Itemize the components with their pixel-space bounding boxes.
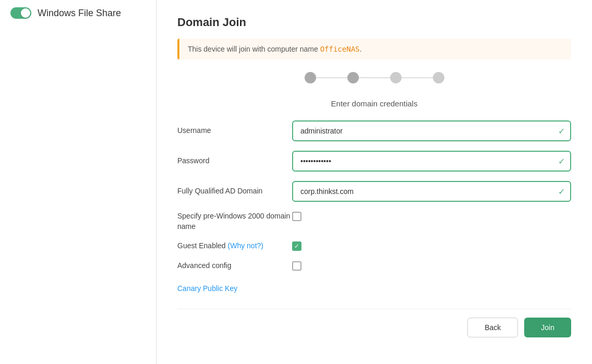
step-line-1 <box>316 77 347 78</box>
username-check-icon: ✓ <box>558 126 565 136</box>
pre-windows-checkbox-wrap <box>292 211 301 221</box>
stepper <box>177 72 571 83</box>
guest-checkbox-wrap <box>292 241 301 251</box>
button-row: Back Join <box>177 309 571 337</box>
back-button[interactable]: Back <box>467 318 518 337</box>
username-input-wrap: ✓ <box>292 120 571 141</box>
fqad-label: Fully Qualified AD Domain <box>177 186 292 197</box>
form-subtitle: Enter domain credentials <box>177 99 571 108</box>
computer-name: OfficeNAS <box>320 45 360 53</box>
step-line-3 <box>402 77 433 78</box>
sidebar: Windows File Share <box>0 0 156 364</box>
sidebar-title: Windows File Share <box>38 8 121 19</box>
toggle-container: Windows File Share <box>10 7 121 19</box>
step-3 <box>390 72 402 83</box>
advanced-checkbox[interactable] <box>292 261 301 271</box>
why-not-link[interactable]: (Why not?) <box>228 241 263 250</box>
password-check-icon: ✓ <box>558 156 565 166</box>
alert-text-suffix: . <box>360 45 362 53</box>
guest-checkbox[interactable] <box>292 241 301 251</box>
step-2 <box>347 72 359 83</box>
alert-text-prefix: This device will join with computer name <box>188 45 320 53</box>
pre-windows-row: Specify pre-Windows 2000 domain name <box>177 211 571 232</box>
username-label: Username <box>177 126 292 136</box>
fqad-input[interactable] <box>292 181 571 202</box>
password-input-wrap: ✓ <box>292 151 571 172</box>
advanced-checkbox-wrap <box>292 261 301 271</box>
pre-windows-checkbox[interactable] <box>292 212 301 221</box>
alert-banner: This device will join with computer name… <box>177 39 571 59</box>
windows-file-share-toggle[interactable] <box>10 7 31 19</box>
username-row: Username ✓ <box>177 120 571 141</box>
password-row: Password ✓ <box>177 151 571 172</box>
step-1 <box>305 72 316 83</box>
step-4 <box>433 72 444 83</box>
username-input[interactable] <box>292 120 571 141</box>
guest-label: Guest Enabled (Why not?) <box>177 241 292 251</box>
advanced-row: Advanced config <box>177 261 571 271</box>
page-title: Domain Join <box>177 16 571 29</box>
advanced-label: Advanced config <box>177 261 292 271</box>
fqad-input-wrap: ✓ <box>292 181 571 202</box>
canary-public-key-link[interactable]: Canary Public Key <box>177 284 237 293</box>
pre-windows-label: Specify pre-Windows 2000 domain name <box>177 211 292 232</box>
password-label: Password <box>177 156 292 166</box>
guest-row: Guest Enabled (Why not?) <box>177 241 571 251</box>
join-button[interactable]: Join <box>524 318 571 337</box>
step-line-2 <box>359 77 390 78</box>
main-content: Domain Join This device will join with c… <box>156 0 592 364</box>
password-input[interactable] <box>292 151 571 172</box>
fqad-row: Fully Qualified AD Domain ✓ <box>177 181 571 202</box>
fqad-check-icon: ✓ <box>558 187 565 197</box>
